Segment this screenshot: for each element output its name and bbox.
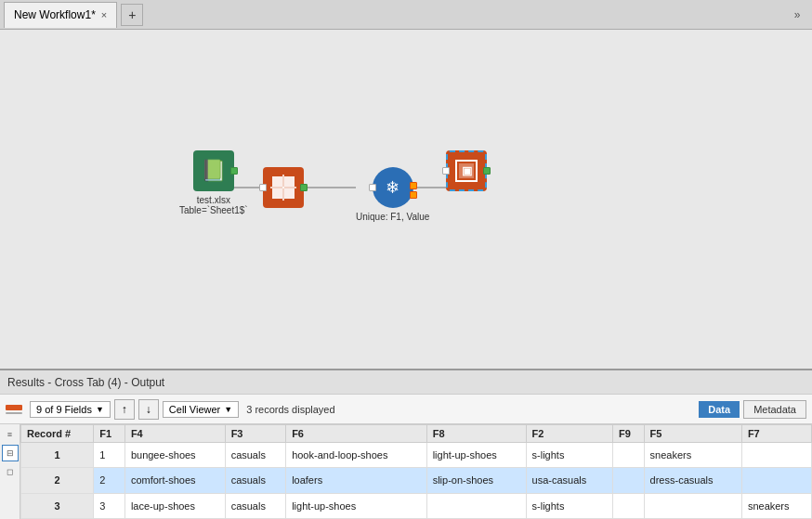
cell-f3: casuals — [225, 443, 286, 468]
output-node[interactable]: ▣ — [446, 150, 487, 191]
crosstab-node[interactable] — [263, 167, 304, 208]
input-node-label: test.xlsx Table=`Sheet1$` — [179, 195, 248, 215]
records-info: 3 records displayed — [246, 404, 334, 415]
unique-bottom-output-connector — [410, 191, 417, 199]
cell-f4: comfort-shoes — [124, 468, 225, 493]
results-toolbar: 9 of 9 Fields ▼ ↑ ↓ Cell Viewer ▼ 3 reco… — [0, 395, 812, 424]
viewer-selector[interactable]: Cell Viewer ▼ — [163, 401, 239, 418]
col-header-f4[interactable]: F4 — [124, 425, 225, 443]
cell-f8: slip-on-shoes — [426, 468, 526, 493]
col-header-f2[interactable]: F2 — [526, 425, 612, 443]
col-header-f3[interactable]: F3 — [225, 425, 286, 443]
cell-f8: light-up-shoes — [426, 443, 526, 468]
cell-f3: casuals — [225, 468, 286, 493]
viewer-label: Cell Viewer — [169, 404, 220, 415]
add-tab-button[interactable]: + — [121, 4, 143, 26]
input-node[interactable]: 📗 test.xlsx Table=`Sheet1$` — [179, 150, 248, 215]
cell-f2: s-lights — [526, 443, 612, 468]
tab-bar: New Workflow1* × + » — [0, 0, 812, 30]
cell-f9 — [612, 443, 644, 468]
cell-f2: usa-casuals — [526, 468, 612, 493]
unique-node-label: Unique: F1, Value — [356, 212, 429, 222]
crosstab-input-connector — [259, 184, 267, 191]
svg-rect-3 — [272, 176, 282, 187]
cell-f5: dress-casuals — [644, 468, 741, 493]
col-header-record: Record # — [21, 425, 94, 443]
workflow-tab[interactable]: New Workflow1* × — [4, 2, 117, 28]
cell-f9 — [612, 468, 644, 493]
cell-f6: hook-and-loop-shoes — [286, 443, 427, 468]
svg-rect-5 — [272, 188, 282, 199]
fields-label: 9 of 9 Fields — [36, 404, 92, 415]
workflow-canvas: 📗 test.xlsx Table=`Sheet1$` — [0, 30, 812, 369]
cell-f1: 3 — [94, 493, 125, 518]
cell-f3: casuals — [225, 493, 286, 518]
svg-rect-4 — [284, 176, 295, 187]
viewer-dropdown-icon: ▼ — [224, 405, 232, 414]
unique-node-icon: ❄ — [373, 167, 413, 208]
data-tab-button[interactable]: Data — [699, 401, 740, 418]
cell-f4: bungee-shoes — [124, 443, 225, 468]
unique-node[interactable]: ❄ Unique: F1, Value — [356, 167, 429, 222]
panel-resize-icon[interactable] — [6, 405, 22, 410]
col-header-f8[interactable]: F8 — [426, 425, 526, 443]
data-table-container: Record # F1 F4 F3 F6 F8 F2 F9 F5 F7 11bu… — [20, 424, 812, 519]
cell-f9 — [612, 493, 644, 518]
results-panel: Results - Cross Tab (4) - Output 9 of 9 … — [0, 369, 812, 519]
input-node-icon: 📗 — [193, 150, 234, 191]
results-title: Results - Cross Tab (4) - Output — [7, 376, 164, 389]
input-output-connector — [230, 167, 238, 175]
tab-close-button[interactable]: × — [101, 9, 107, 20]
crosstab-node-icon — [263, 167, 304, 208]
tab-title: New Workflow1* — [14, 8, 96, 21]
cell-record: 2 — [21, 468, 94, 493]
cell-f6: light-up-shoes — [286, 493, 427, 518]
svg-rect-6 — [284, 188, 295, 199]
tab-overflow-button[interactable]: » — [786, 4, 808, 26]
unique-top-output-connector — [410, 182, 417, 189]
cell-f5: sneakers — [644, 443, 741, 468]
panel-divider — [6, 412, 22, 414]
col-header-f9[interactable]: F9 — [612, 425, 644, 443]
table-row[interactable]: 22comfort-shoescasualsloafersslip-on-sho… — [21, 468, 812, 493]
col-header-f7[interactable]: F7 — [741, 425, 811, 443]
table-row[interactable]: 33lace-up-shoescasualslight-up-shoess-li… — [21, 493, 812, 518]
cell-record: 1 — [21, 443, 94, 468]
sort-descending-button[interactable]: ↓ — [138, 399, 159, 420]
cell-f4: lace-up-shoes — [124, 493, 225, 518]
col-header-f5[interactable]: F5 — [644, 425, 741, 443]
col-header-f6[interactable]: F6 — [286, 425, 427, 443]
cell-f6: loafers — [286, 468, 427, 493]
side-panel: ≡ ⊟ ◻ — [0, 424, 20, 519]
cell-f1: 1 — [94, 443, 125, 468]
output-output-connector — [483, 167, 491, 175]
cell-f1: 2 — [94, 468, 125, 493]
sort-ascending-button[interactable]: ↑ — [114, 399, 135, 420]
svg-text:▣: ▣ — [462, 164, 472, 177]
metadata-tab-button[interactable]: Metadata — [743, 400, 806, 419]
side-icon-list[interactable]: ≡ — [2, 426, 19, 443]
col-header-f1[interactable]: F1 — [94, 425, 125, 443]
cell-f7 — [741, 443, 811, 468]
output-node-icon: ▣ — [446, 150, 487, 191]
side-icon-table[interactable]: ⊟ — [2, 445, 19, 461]
cell-f5 — [644, 493, 741, 518]
cell-f2: s-lights — [526, 493, 612, 518]
fields-dropdown-icon: ▼ — [96, 405, 104, 414]
table-row[interactable]: 11bungee-shoescasualshook-and-loop-shoes… — [21, 443, 812, 468]
results-header: Results - Cross Tab (4) - Output — [0, 370, 812, 395]
output-input-connector — [442, 167, 450, 175]
data-table: Record # F1 F4 F3 F6 F8 F2 F9 F5 F7 11bu… — [20, 424, 812, 519]
cell-f7 — [741, 468, 811, 493]
fields-selector[interactable]: 9 of 9 Fields ▼ — [30, 401, 111, 418]
unique-input-connector — [369, 184, 376, 191]
crosstab-output-connector — [300, 184, 308, 191]
results-body: ≡ ⊟ ◻ Record # F1 F4 F3 F6 F8 F2 F9 F — [0, 424, 812, 519]
cell-record: 3 — [21, 493, 94, 518]
side-icon-record[interactable]: ◻ — [2, 463, 19, 480]
cell-f8 — [426, 493, 526, 518]
table-header-row: Record # F1 F4 F3 F6 F8 F2 F9 F5 F7 — [21, 425, 812, 443]
cell-f7: sneakers — [741, 493, 811, 518]
